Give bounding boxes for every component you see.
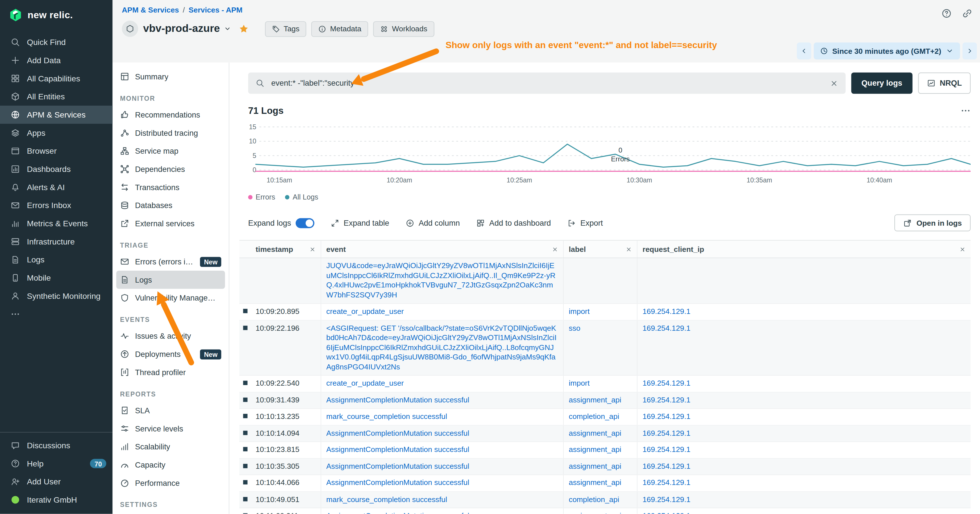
label-link[interactable]: assignment_api <box>569 511 622 514</box>
request-client-ip-link[interactable]: 169.254.129.1 <box>643 461 690 471</box>
log-row[interactable]: 10:09:22.196<ASGIRequest: GET '/sso/call… <box>239 320 970 376</box>
event-link[interactable]: create_or_update_user <box>326 379 404 388</box>
sidebar-item-alerts-ai[interactable]: Alerts & AI <box>0 178 112 196</box>
breadcrumb-services-apm[interactable]: Services - APM <box>189 6 242 14</box>
subnav-item-service-map[interactable]: Service map <box>116 142 225 160</box>
log-row[interactable]: 10:10:23.815AssignmentCompletionMutation… <box>239 442 970 458</box>
sidebar-footer-item-iterativ-gmbh[interactable]: Iterativ GmbH <box>0 491 112 509</box>
request-client-ip-link[interactable]: 169.254.129.1 <box>643 307 690 316</box>
request-client-ip-link[interactable]: 169.254.129.1 <box>643 395 690 404</box>
remove-column-event-icon[interactable] <box>552 246 558 252</box>
expand-logs-toggle[interactable]: Expand logs <box>248 218 314 228</box>
query-logs-button[interactable]: Query logs <box>851 73 912 94</box>
subnav-item-recommendations[interactable]: Recommendations <box>116 106 225 124</box>
legend-errors[interactable]: Errors <box>248 193 275 201</box>
remove-column-request-client-ip-icon[interactable] <box>959 246 966 252</box>
label-link[interactable]: assignment_api <box>569 445 622 454</box>
subnav-item-errors-errors-inb[interactable]: Errors (errors inb...New <box>116 253 225 271</box>
entity-switcher-chevron-icon[interactable] <box>224 25 231 32</box>
event-link[interactable]: AssignmentCompletionMutation successful <box>326 429 469 438</box>
subnav-item-capacity[interactable]: Capacity <box>116 456 225 474</box>
subnav-item-thread-profiler[interactable]: Thread profiler <box>116 363 225 381</box>
open-in-logs-button[interactable]: Open in logs <box>895 214 970 231</box>
request-client-ip-link[interactable]: 169.254.129.1 <box>643 478 690 487</box>
log-query-bar[interactable] <box>248 73 846 94</box>
export-button[interactable]: Export <box>567 219 603 228</box>
sidebar-footer-item-discussions[interactable]: Discussions <box>0 436 112 455</box>
subnav-item-logs[interactable]: Logs <box>116 271 225 289</box>
sidebar-item-dashboards[interactable]: Dashboards <box>0 160 112 178</box>
subnav-item-vulnerability-management[interactable]: Vulnerability Management <box>116 289 225 307</box>
event-link[interactable]: mark_course_completion successful <box>326 412 447 421</box>
remove-column-timestamp-icon[interactable] <box>309 246 315 252</box>
label-link[interactable]: import <box>569 307 590 316</box>
nrql-button[interactable]: NRQL <box>918 73 970 94</box>
more-options-icon[interactable] <box>961 105 970 115</box>
subnav-item-databases[interactable]: Databases <box>116 196 225 215</box>
event-link[interactable]: AssignmentCompletionMutation successful <box>326 445 469 454</box>
label-link[interactable]: assignment_api <box>569 429 622 438</box>
event-link[interactable]: JUQVU&code=eyJraWQiOiJjcGltY29yZV8wOTl1M… <box>326 261 556 299</box>
label-link[interactable]: completion_api <box>569 495 619 503</box>
remove-column-label-icon[interactable] <box>626 246 632 252</box>
request-client-ip-link[interactable]: 169.254.129.1 <box>643 324 690 333</box>
log-row[interactable]: 10:10:49.051mark_course_completion succe… <box>239 492 970 508</box>
label-link[interactable]: import <box>569 379 590 388</box>
event-link[interactable]: AssignmentCompletionMutation successful <box>326 395 469 404</box>
subnav-item-external-services[interactable]: External services <box>116 214 225 232</box>
subnav-item-scalability[interactable]: Scalability <box>116 438 225 456</box>
event-link[interactable]: AssignmentCompletionMutation successful <box>326 478 469 487</box>
log-row[interactable]: 10:10:44.066AssignmentCompletionMutation… <box>239 475 970 492</box>
label-link[interactable]: sso <box>569 324 581 333</box>
time-back-button[interactable] <box>797 42 811 59</box>
event-link[interactable]: AssignmentCompletionMutation successful <box>326 461 469 471</box>
subnav-item-service-levels[interactable]: Service levels <box>116 420 225 438</box>
request-client-ip-link[interactable]: 169.254.129.1 <box>643 445 690 454</box>
log-row[interactable]: 10:10:13.235mark_course_completion succe… <box>239 409 970 425</box>
event-link[interactable]: <ASGIRequest: GET '/sso/callback/?state=… <box>326 324 557 371</box>
sidebar-item-metrics-events[interactable]: Metrics & Events <box>0 214 112 232</box>
subnav-item-dependencies[interactable]: Dependencies <box>116 160 225 178</box>
request-client-ip-link[interactable]: 169.254.129.1 <box>643 412 690 421</box>
expand-table-button[interactable]: Expand table <box>330 219 389 228</box>
sidebar-item-apps[interactable]: Apps <box>0 124 112 142</box>
add-column-button[interactable]: Add column <box>406 219 460 228</box>
breadcrumb-apm-services[interactable]: APM & Services <box>122 6 179 14</box>
log-row[interactable]: 10:10:35.305AssignmentCompletionMutation… <box>239 458 970 475</box>
subnav-item-summary[interactable]: Summary <box>116 67 225 86</box>
sidebar-item-logs[interactable]: Logs <box>0 251 112 269</box>
sidebar-item-mobile[interactable]: Mobile <box>0 269 112 287</box>
label-link[interactable]: assignment_api <box>569 478 622 487</box>
sidebar-item-add-data[interactable]: Add Data <box>0 51 112 70</box>
request-client-ip-link[interactable]: 169.254.129.1 <box>643 379 690 388</box>
brand[interactable]: new relic. <box>0 0 112 29</box>
workloads-button[interactable]: Workloads <box>373 21 434 37</box>
subnav-item-performance[interactable]: Performance <box>116 474 225 492</box>
subnav-item-distributed-tracing[interactable]: Distributed tracing <box>116 124 225 142</box>
sidebar-item-browser[interactable]: Browser <box>0 142 112 160</box>
metadata-button[interactable]: Metadata <box>311 21 368 37</box>
log-query-input[interactable] <box>270 78 825 88</box>
request-client-ip-link[interactable]: 169.254.129.1 <box>643 495 690 503</box>
sidebar-item-errors-inbox[interactable]: Errors Inbox <box>0 196 112 215</box>
sidebar-item-synthetic-monitoring[interactable]: Synthetic Monitoring <box>0 287 112 305</box>
time-range-button[interactable]: Since 30 minutes ago (GMT+2) <box>813 42 960 59</box>
clear-query-icon[interactable] <box>830 79 838 88</box>
favorite-star-icon[interactable] <box>239 24 249 33</box>
subnav-item-transactions[interactable]: Transactions <box>116 178 225 196</box>
label-link[interactable]: assignment_api <box>569 395 622 404</box>
tags-button[interactable]: Tags <box>265 21 307 37</box>
request-client-ip-link[interactable]: 169.254.129.1 <box>643 429 690 438</box>
log-row[interactable]: JUQVU&code=eyJraWQiOiJjcGltY29yZV8wOTl1M… <box>239 258 970 304</box>
event-link[interactable]: AssignmentCompletionMutation successful <box>326 511 469 514</box>
sidebar-item-all-entities[interactable]: All Entities <box>0 88 112 106</box>
sidebar-item-apm-services[interactable]: APM & Services <box>0 106 112 124</box>
subnav-item-deployments[interactable]: DeploymentsNew <box>116 345 225 363</box>
toggle-on-icon[interactable] <box>295 218 314 228</box>
event-link[interactable]: mark_course_completion successful <box>326 495 447 503</box>
log-row[interactable]: 10:09:22.540create_or_update_userimport1… <box>239 376 970 392</box>
request-client-ip-link[interactable]: 169.254.129.1 <box>643 511 690 514</box>
sidebar-item-infrastructure[interactable]: Infrastructure <box>0 232 112 251</box>
log-row[interactable]: 10:11:00.311AssignmentCompletionMutation… <box>239 508 970 514</box>
sidebar-item-all-capabilities[interactable]: All Capabilities <box>0 70 112 88</box>
